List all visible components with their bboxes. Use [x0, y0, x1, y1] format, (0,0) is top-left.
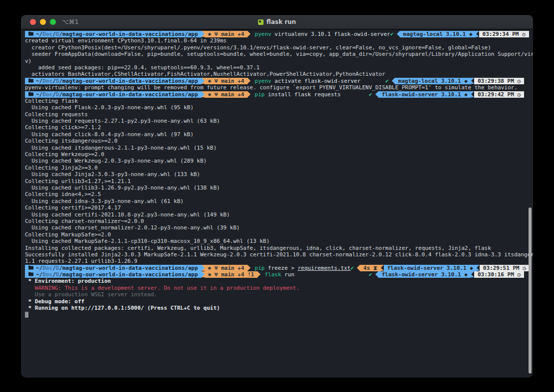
path-part: D — [56, 31, 59, 37]
terminal-line: * Environment: production — [25, 278, 524, 284]
command-span: requirements.txt — [297, 265, 350, 271]
git-branch-segment: ✱ Ѱ main +4 — [205, 265, 248, 271]
terminal-line: Collecting flask — [25, 98, 524, 104]
terminal-line: Collecting requests — [25, 111, 524, 118]
terminal-line: added seed packages: pip==22.0.4, setupt… — [25, 64, 524, 71]
env-segment: magtag-local 3.10.1 ◆ — [400, 31, 476, 37]
terminal-line: ~/Doc/D/magtag-our-world-in-data-vaccina… — [25, 91, 524, 98]
output-text: Collecting flask — [25, 98, 78, 104]
env-segment: flask-owid-server 3.10.1 ◆ — [378, 91, 471, 98]
terminal-line: ~/Doc/D/magtag-our-world-in-data-vaccina… — [25, 265, 524, 271]
git-status-text: ✱ Ѱ main +4 !1 — [208, 271, 255, 278]
zoom-button[interactable] — [50, 19, 56, 25]
path-part: Doc — [42, 78, 52, 84]
path-segment: ~/Doc/D/magtag-our-world-in-data-vaccina… — [25, 78, 202, 84]
status-segment-text: magtag-local 3.10.1 ◆ — [403, 31, 473, 37]
terminal-window: ⌥⌘1 flask run ~/Doc/D/magtag-our-world-i… — [21, 15, 533, 378]
status-segment-text: 03:29:34 PM ◷ — [483, 31, 526, 37]
path-part: magtag-our-world-in-data-vaccinations/ap… — [62, 271, 198, 278]
terminal-line: activators BashActivator,CShellActivator… — [25, 71, 524, 77]
success-check-icon: ✔ — [390, 31, 394, 37]
right-prompt-status: ✔flask-owid-server 3.10.1 ◆03:30:16 PM ◷ — [369, 271, 524, 278]
env-segment: flask-owid-server 3.10.1 ◆ — [384, 265, 477, 271]
time-segment: 03:29:51 PM ◷ — [480, 265, 530, 271]
path-segment: ~/Doc/D/magtag-our-world-in-data-vaccina… — [25, 271, 202, 278]
output-text: Using cached itsdangerous-2.1.1-py3-none… — [25, 145, 217, 151]
output-text: created virtual environment CPython3.10.… — [25, 37, 227, 44]
terminal-content[interactable]: ~/Doc/D/magtag-our-world-in-data-vaccina… — [21, 29, 533, 378]
powerline-separator-icon — [258, 271, 261, 277]
command-text[interactable]: pip freeze > requirements.txt — [255, 265, 350, 271]
path-part: Doc — [42, 265, 52, 271]
output-text: Using cached urllib3-1.26.9-py2.py3-none… — [25, 185, 220, 191]
terminal-line: Using cached MarkupSafe-2.1.1-cp310-cp31… — [25, 238, 524, 244]
output-text: Installing collected packages: certifi, … — [25, 245, 491, 251]
time-segment: 03:30:16 PM ◷ — [474, 271, 524, 278]
right-prompt-status: ✔flask-owid-server 3.10.1 ◆03:29:42 PM ◷ — [369, 91, 524, 98]
command-text[interactable]: pyenv activate flask-owid-server — [255, 78, 360, 84]
git-status-text: ✱ Ѱ main +4 — [208, 265, 245, 271]
terminal-line: Using cached itsdangerous-2.1.1-py3-none… — [25, 145, 524, 151]
time-segment: 03:29:38 PM ◷ — [474, 78, 524, 84]
path-part: Doc — [42, 91, 52, 98]
command-span: pyenv — [255, 78, 271, 84]
command-span: pyenv — [255, 31, 271, 37]
output-text: Use a production WSGI server instead. — [25, 291, 157, 298]
output-text: Using cached requests-2.27.1-py2.py3-non… — [25, 118, 220, 124]
success-check-icon: ✔ — [385, 78, 389, 84]
status-segment-text: magtag-local 3.10.1 ◆ — [398, 78, 468, 84]
terminal-line: seeder FromAppData(download=False, pip=b… — [25, 51, 524, 57]
terminal-line: Using cached requests-2.27.1-py2.py3-non… — [25, 118, 524, 124]
path-part: ~/ — [36, 78, 42, 84]
path-part: magtag-our-world-in-data-vaccinations/ap… — [62, 78, 198, 84]
output-text: Successfully installed Jinja2-3.0.3 Mark… — [25, 251, 533, 258]
scrollbar-thumb[interactable] — [529, 207, 532, 374]
output-text: Collecting requests — [25, 111, 88, 118]
command-text[interactable]: pip install flask requests — [255, 91, 340, 98]
title-bar[interactable]: ⌥⌘1 flask run — [21, 15, 533, 29]
terminal-line: Successfully installed Jinja2-3.0.3 Mark… — [25, 251, 524, 258]
git-branch-segment: ✱ Ѱ main +4 — [205, 78, 248, 84]
status-segment-text: flask-owid-server 3.10.1 ◆ — [382, 91, 468, 98]
minimize-button[interactable] — [40, 19, 46, 25]
path-part: / — [59, 271, 62, 278]
folder-icon — [28, 271, 33, 278]
folder-icon — [28, 78, 33, 84]
check-glyph: ✔ — [390, 31, 394, 37]
output-text: creator CPython3Posix(dest=/Users/shyrup… — [25, 44, 491, 51]
output-text: Collecting certifi>=2017.4.17 — [25, 204, 121, 211]
status-segment-text: 03:29:51 PM ◷ — [483, 265, 526, 271]
status-segment-text: 4s ⧗ — [363, 265, 377, 271]
time-segment: 03:29:42 PM ◷ — [474, 91, 524, 98]
terminal-line: Collecting Werkzeug>=2.0 — [25, 151, 524, 158]
git-branch-segment: ✱ Ѱ main +4 — [205, 91, 248, 98]
terminal-line: Collecting idna<4,>=2.5 — [25, 191, 524, 197]
close-button[interactable] — [30, 19, 36, 25]
path-segment: ~/Doc/D/magtag-our-world-in-data-vaccina… — [25, 31, 202, 37]
output-text: Using cached Flask-2.0.3-py3-none-any.wh… — [25, 104, 194, 111]
terminal-line: Using cached charset_normalizer-2.0.12-p… — [25, 224, 524, 231]
command-text[interactable]: flask run — [265, 271, 294, 278]
path-segment: ~/Doc/D/magtag-our-world-in-data-vaccina… — [25, 265, 202, 271]
terminal-line: created virtual environment CPython3.10.… — [25, 37, 524, 44]
terminal-line: ~/Doc/D/magtag-our-world-in-data-vaccina… — [25, 78, 524, 84]
path-part: magtag-our-world-in-data-vaccinations/ap… — [62, 31, 198, 37]
path-part: / — [52, 271, 56, 278]
command-text[interactable]: pyenv virtualenv 3.10.1 flask-owid-serve… — [255, 31, 390, 37]
terminal-line: Using cached click-8.0.4-py3-none-any.wh… — [25, 131, 524, 138]
output-text: Collecting charset-normalizer~=2.0.0 — [25, 218, 144, 224]
output-text: Collecting idna<4,>=2.5 — [25, 191, 101, 197]
path-part: Doc — [42, 31, 52, 37]
terminal-line: Using cached Flask-2.0.3-py3-none-any.wh… — [25, 104, 524, 111]
terminal-line: * Running on http://127.0.0.1:5000/ (Pre… — [25, 305, 524, 311]
terminal-line: Installing collected packages: certifi, … — [25, 245, 524, 251]
command-span: pip — [255, 265, 265, 271]
command-span: install flask requests — [265, 91, 340, 98]
terminal-line: ~/Doc/D/magtag-our-world-in-data-vaccina… — [25, 31, 524, 37]
path-part: / — [52, 78, 56, 84]
check-glyph: ✔ — [385, 78, 389, 84]
git-status-text: ✱ Ѱ main +4 — [208, 31, 245, 37]
status-segment-text: 03:30:16 PM ◷ — [478, 271, 521, 278]
terminal-line: Collecting charset-normalizer~=2.0.0 — [25, 218, 524, 224]
git-status-text: ✱ Ѱ main +4 — [208, 78, 245, 84]
